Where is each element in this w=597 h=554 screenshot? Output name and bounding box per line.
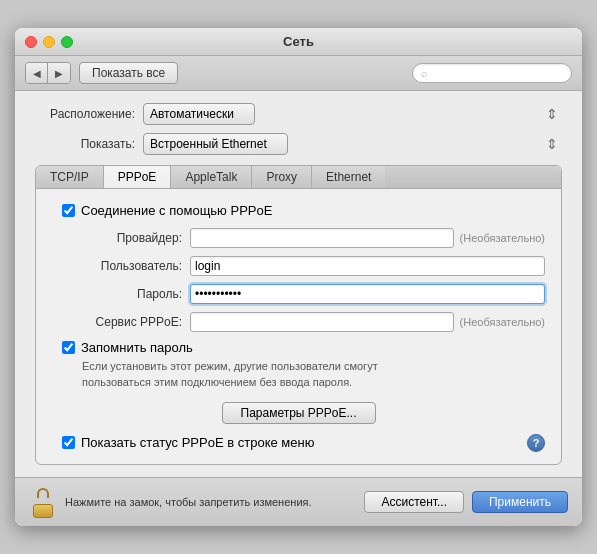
show-select[interactable]: Встроенный Ethernet [143,133,288,155]
service-row: Сервис PPPoE: (Необязательно) [52,312,545,332]
assistant-button[interactable]: Ассистент... [364,491,464,513]
pppoe-params-button[interactable]: Параметры PPPoE... [222,402,376,424]
provider-optional: (Необязательно) [460,232,545,244]
service-optional: (Необязательно) [460,316,545,328]
location-select-arrow: ⇕ [546,107,558,121]
location-row: Расположение: Автоматически ⇕ [35,103,562,125]
connection-checkbox-label: Соединение с помощью PPPoE [81,203,272,218]
service-label: Сервис PPPoE: [52,315,182,329]
tabs-container: TCP/IP PPPoE AppleTalk Proxy Ethernet [35,165,562,465]
password-row: Пароль: [52,284,545,304]
connection-checkbox-row: Соединение с помощью PPPoE [52,203,545,218]
status-label: Показать статус PPPoE в строке меню [81,435,314,450]
save-password-info: Если установить этот режим, другие польз… [82,359,422,390]
search-icon: ⌕ [421,67,428,79]
location-select-wrapper: Автоматически ⇕ [143,103,562,125]
close-button[interactable] [25,36,37,48]
lock-body [33,504,53,518]
save-password-section: Запомнить пароль Если установить этот ре… [52,340,545,390]
tabs-bar: TCP/IP PPPoE AppleTalk Proxy Ethernet [36,166,561,189]
save-password-checkbox[interactable] [62,341,75,354]
traffic-lights [25,36,73,48]
content-area: Расположение: Автоматически ⇕ Показать: … [15,91,582,477]
location-label: Расположение: [35,107,135,121]
show-row: Показать: Встроенный Ethernet ⇕ [35,133,562,155]
window-title: Сеть [283,34,314,49]
lock-icon[interactable] [29,486,57,518]
lock-label: Нажмите на замок, чтобы запретить измене… [65,496,312,508]
user-input[interactable] [190,256,545,276]
tab-tcpip[interactable]: TCP/IP [36,166,104,188]
tab-ethernet[interactable]: Ethernet [312,166,385,188]
password-label: Пароль: [52,287,182,301]
show-all-button[interactable]: Показать все [79,62,178,84]
save-password-row: Запомнить пароль [62,340,545,355]
status-row: Показать статус PPPoE в строке меню ? [52,434,545,452]
lock-shackle [37,488,49,498]
nav-buttons: ◀ ▶ [25,62,71,84]
footer: Нажмите на замок, чтобы запретить измене… [15,477,582,526]
provider-label: Провайдер: [52,231,182,245]
maximize-button[interactable] [61,36,73,48]
lock-area: Нажмите на замок, чтобы запретить измене… [29,486,312,518]
search-box: ⌕ [412,63,572,83]
forward-button[interactable]: ▶ [48,63,70,83]
pppoe-params-row: Параметры PPPoE... [52,402,545,424]
password-input[interactable] [190,284,545,304]
tab-proxy[interactable]: Proxy [252,166,312,188]
service-input[interactable] [190,312,454,332]
show-select-wrapper: Встроенный Ethernet ⇕ [143,133,562,155]
apply-button[interactable]: Применить [472,491,568,513]
status-checkbox[interactable] [62,436,75,449]
help-button[interactable]: ? [527,434,545,452]
user-row: Пользователь: [52,256,545,276]
footer-buttons: Ассистент... Применить [364,491,568,513]
toolbar: ◀ ▶ Показать все ⌕ [15,56,582,91]
user-label: Пользователь: [52,259,182,273]
save-password-label: Запомнить пароль [81,340,193,355]
provider-input[interactable] [190,228,454,248]
main-window: Сеть ◀ ▶ Показать все ⌕ Расположение: Ав… [15,28,582,526]
pppoe-tab-content: Соединение с помощью PPPoE Провайдер: (Н… [36,189,561,464]
provider-row: Провайдер: (Необязательно) [52,228,545,248]
show-label: Показать: [35,137,135,151]
connection-checkbox[interactable] [62,204,75,217]
titlebar: Сеть [15,28,582,56]
search-input[interactable] [432,66,563,80]
minimize-button[interactable] [43,36,55,48]
tab-pppoe[interactable]: PPPoE [104,166,172,188]
location-select[interactable]: Автоматически [143,103,255,125]
back-button[interactable]: ◀ [26,63,48,83]
show-select-arrow: ⇕ [546,137,558,151]
tab-appletalk[interactable]: AppleTalk [171,166,252,188]
